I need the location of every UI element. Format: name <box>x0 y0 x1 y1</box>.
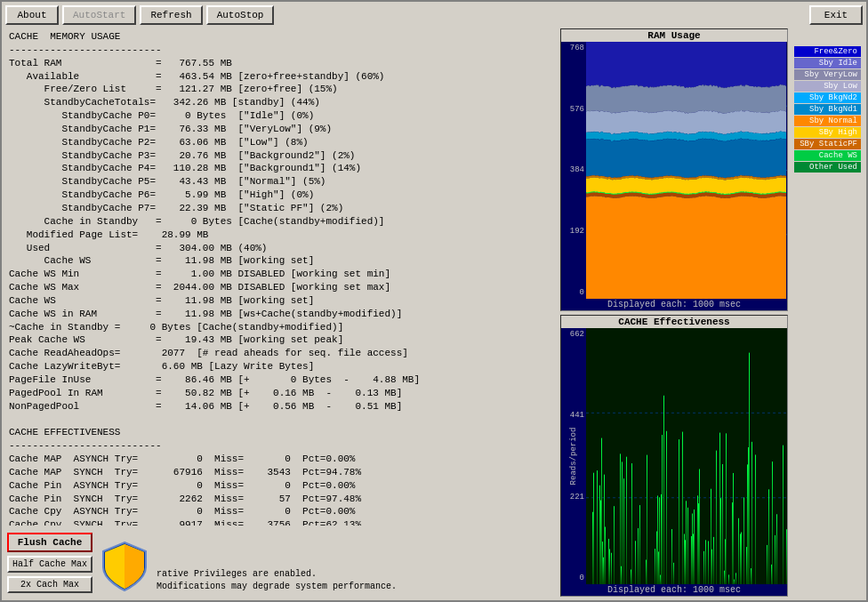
left-panel: CACHE MEMORY USAGE ---------------------… <box>5 28 557 597</box>
legend-item: Sby Low <box>793 81 861 92</box>
cache-y-mid2: 441 <box>561 411 586 420</box>
legend-label: SBy High <box>794 127 861 138</box>
notice-line2: Modifications may degrade system perform… <box>157 582 397 591</box>
ram-canvas <box>586 42 787 299</box>
legend-label: Other Used <box>794 162 861 173</box>
legend-label: Sby Low <box>794 81 861 92</box>
cache-y-max: 662 <box>561 330 586 339</box>
legend-item: Sby VeryLow <box>793 69 861 80</box>
flush-cache-button[interactable]: Flush Cache <box>7 533 92 552</box>
bottom-bar: Flush Cache Half Cache Max 2x Cach Max r… <box>5 526 557 597</box>
cache-chart-title: CACHE Effectiveness <box>561 316 787 328</box>
legend-item: SBy StaticPF <box>793 139 861 149</box>
cache-y-mid1: 221 <box>561 493 586 502</box>
ram-y-zero: 0 <box>561 288 586 297</box>
cache-y-zero: 0 <box>561 574 586 582</box>
legend-label: Sby BkgNd1 <box>794 104 861 115</box>
legend-item: Free&Zero <box>793 46 861 57</box>
legend-label: Free&Zero <box>794 46 861 57</box>
cache-ylabel-text: Reads/period <box>569 427 578 485</box>
ram-chart-area: 768 576 384 192 0 <box>561 42 787 299</box>
legend-panel: Free&ZeroSby IdleSby VeryLowSby LowSby B… <box>792 44 863 174</box>
ram-y-low: 192 <box>561 227 586 236</box>
about-button[interactable]: About <box>5 5 59 25</box>
stats-area: CACHE MEMORY USAGE ---------------------… <box>5 28 557 526</box>
shield-icon <box>98 540 151 593</box>
ram-chart-footer: Displayed each: 1000 msec <box>561 299 787 310</box>
legend-item: Sby BkgNd1 <box>793 104 861 115</box>
cache-chart-container: CACHE Effectiveness 662 441 221 0 Reads/… <box>560 315 788 598</box>
ram-chart-container: RAM Usage 768 576 384 192 0 Displayed ea… <box>560 28 788 311</box>
half-cache-button[interactable]: Half Cache Max <box>7 556 92 573</box>
ram-y-max: 768 <box>561 44 586 52</box>
cache-canvas <box>586 328 787 585</box>
autostart-button[interactable]: AutoStart <box>62 5 136 25</box>
legend-item: Cache WS <box>793 150 861 161</box>
legend-item: Sby Normal <box>793 116 861 126</box>
legend-label: Sby Normal <box>794 116 861 126</box>
cache-chart-area: 662 441 221 0 Reads/period <box>561 328 787 585</box>
ram-y-mid2: 576 <box>561 105 586 114</box>
legend-item: Other Used <box>793 162 861 173</box>
legend-label: Cache WS <box>794 150 861 161</box>
ram-ylabel-axis: 768 576 384 192 0 <box>561 42 586 299</box>
twox-cache-button[interactable]: 2x Cach Max <box>7 576 92 593</box>
legend-label: SBy StaticPF <box>794 139 861 149</box>
right-panel: RAM Usage 768 576 384 192 0 Displayed ea… <box>560 28 788 597</box>
legend-item: SBy High <box>793 127 861 138</box>
legend-item: Sby BkgNd2 <box>793 92 861 103</box>
legend-item: Sby Idle <box>793 58 861 68</box>
cache-chart-footer: Displayed each: 1000 msec <box>561 584 787 596</box>
main-content: CACHE MEMORY USAGE ---------------------… <box>5 28 863 597</box>
ram-chart-title: RAM Usage <box>561 29 787 42</box>
refresh-button[interactable]: Refresh <box>140 5 202 25</box>
legend-label: Sby BkgNd2 <box>794 92 861 103</box>
legend-label: Sby VeryLow <box>794 69 861 80</box>
ram-y-mid1: 384 <box>561 165 586 174</box>
notice-text: rative Privileges are enabled. Modificat… <box>157 568 397 593</box>
cache-buttons: Flush Cache Half Cache Max 2x Cach Max <box>7 533 92 593</box>
autostop-button[interactable]: AutoStop <box>206 5 275 25</box>
notice-line1: rative Privileges are enabled. <box>157 569 317 579</box>
exit-button[interactable]: Exit <box>809 5 863 25</box>
toolbar: About AutoStart Refresh AutoStop Exit <box>5 5 863 25</box>
legend-label: Sby Idle <box>794 58 861 68</box>
